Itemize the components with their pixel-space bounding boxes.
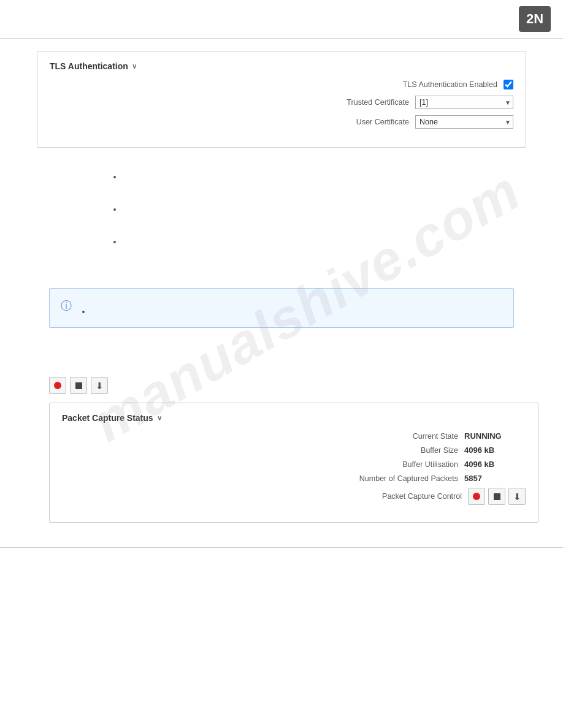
- buffer-size-value: 4096 kB: [464, 446, 526, 455]
- info-box-content: [79, 297, 91, 319]
- packet-capture-status-section: Packet Capture Status ∨ Current State RU…: [49, 403, 538, 523]
- logo: 2N: [519, 6, 551, 32]
- bullet-list: [110, 172, 489, 246]
- tls-enabled-label: TLS Authentication Enabled: [362, 80, 497, 89]
- download-button[interactable]: ⬇: [508, 488, 526, 505]
- current-state-value: RUNNING: [464, 431, 526, 441]
- user-cert-select-wrapper: None [1] Certificate 2 ▼: [415, 115, 513, 129]
- download-icon: ⬇: [96, 381, 104, 390]
- pkt-status-title-text: Packet Capture Status: [62, 413, 153, 423]
- trusted-cert-label: Trusted Certificate: [274, 98, 409, 107]
- captured-packets-value: 5857: [464, 474, 526, 483]
- stop-button[interactable]: [488, 488, 505, 505]
- tls-enabled-checkbox-wrapper: [504, 80, 513, 89]
- bullet-item-1: [123, 172, 489, 181]
- user-cert-row: User Certificate None [1] Certificate 2 …: [50, 115, 513, 129]
- tls-enabled-checkbox[interactable]: [504, 80, 513, 89]
- top-bar: 2N: [0, 0, 563, 39]
- info-list: [79, 307, 91, 316]
- bullet-item-3: [123, 237, 489, 246]
- user-cert-select[interactable]: None [1] Certificate 2: [415, 115, 513, 129]
- trusted-cert-select-wrapper: [1] None Certificate 2 ▼: [415, 96, 513, 109]
- record-dot-icon: [54, 382, 61, 389]
- bullet-area: [37, 166, 526, 282]
- buffer-utilisation-value: 4096 kB: [464, 460, 526, 469]
- packet-capture-control-label: Packet Capture Control: [327, 492, 462, 501]
- tls-title-text: TLS Authentication: [50, 61, 128, 71]
- packet-capture-control-row: Packet Capture Control ⬇: [62, 488, 526, 505]
- stop-square-icon: [75, 382, 82, 389]
- pkt-status-section-title: Packet Capture Status ∨: [62, 413, 526, 423]
- current-state-row: Current State RUNNING: [62, 431, 526, 441]
- buffer-size-label: Buffer Size: [323, 446, 458, 455]
- captured-packets-label: Number of Captured Packets: [323, 474, 458, 483]
- bottom-bar: [0, 547, 563, 548]
- tls-section-title: TLS Authentication ∨: [50, 61, 513, 71]
- buffer-utilisation-row: Buffer Utilisation 4096 kB: [62, 460, 526, 469]
- record-button[interactable]: [468, 488, 485, 505]
- stop-icon: [494, 493, 500, 500]
- standalone-download-button[interactable]: ⬇: [91, 377, 108, 394]
- captured-packets-row: Number of Captured Packets 5857: [62, 474, 526, 483]
- main-content: TLS Authentication ∨ TLS Authentication …: [0, 39, 563, 371]
- user-cert-label: User Certificate: [274, 118, 409, 126]
- standalone-controls: ⬇: [0, 371, 563, 403]
- standalone-stop-button[interactable]: [70, 377, 87, 394]
- tls-section: TLS Authentication ∨ TLS Authentication …: [37, 51, 526, 148]
- download-arrow-icon: ⬇: [513, 492, 521, 501]
- info-icon: ⓘ: [61, 298, 72, 313]
- packet-capture-controls: ⬇: [468, 488, 526, 505]
- buffer-size-row: Buffer Size 4096 kB: [62, 446, 526, 455]
- current-state-label: Current State: [323, 432, 458, 441]
- tls-chevron-icon[interactable]: ∨: [132, 63, 137, 70]
- trusted-cert-row: Trusted Certificate [1] None Certificate…: [50, 96, 513, 109]
- bullet-item-2: [123, 205, 489, 214]
- info-box: ⓘ: [49, 288, 514, 328]
- buffer-utilisation-label: Buffer Utilisation: [323, 460, 458, 469]
- tls-enabled-row: TLS Authentication Enabled: [50, 80, 513, 89]
- standalone-record-button[interactable]: [49, 377, 66, 394]
- trusted-cert-select[interactable]: [1] None Certificate 2: [415, 96, 513, 109]
- record-icon: [473, 493, 480, 500]
- pkt-status-chevron-icon[interactable]: ∨: [157, 414, 162, 422]
